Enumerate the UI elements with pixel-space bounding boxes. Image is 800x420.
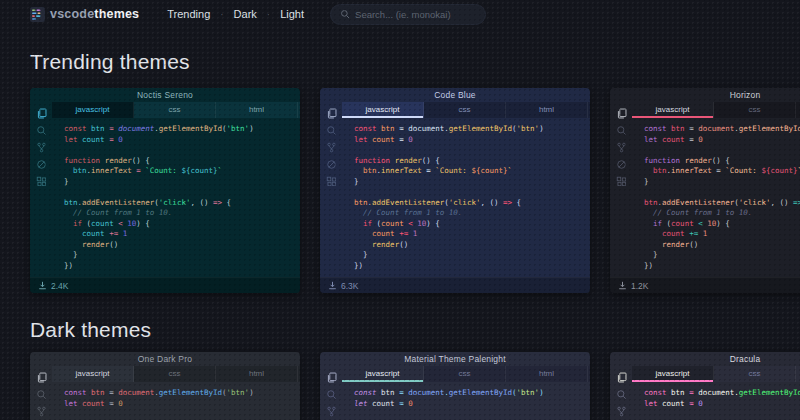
code-preview: const btn = document.getElementById('btn… — [342, 382, 590, 420]
source-control-icon — [36, 406, 47, 417]
theme-card[interactable]: Material Theme Palenight — [320, 352, 590, 420]
download-count: 1.2K — [631, 281, 649, 291]
editor-main: javascriptcsshtml const btn = document.g… — [632, 366, 800, 420]
logo-icon — [30, 7, 45, 22]
tab-html[interactable]: html — [506, 102, 588, 118]
main-content: Trending themes Noctis Sereno — [0, 50, 800, 420]
main-nav: Trending · Dark · Light — [167, 8, 304, 20]
code-preview: const btn = document.getElementById('btn… — [342, 118, 590, 277]
editor-main: javascriptcsshtml const btn = document.g… — [342, 366, 590, 420]
search-icon — [326, 389, 337, 400]
nav-item-light[interactable]: Light — [280, 8, 304, 20]
source-control-icon — [616, 406, 627, 417]
download-count: 2.4K — [51, 281, 69, 291]
download-count: 6.3K — [341, 281, 359, 291]
tab-css[interactable]: css — [134, 102, 216, 118]
search-icon — [36, 125, 47, 136]
section-title-dark: Dark themes — [30, 318, 770, 342]
tab-css[interactable]: css — [714, 366, 796, 382]
source-control-icon — [326, 142, 337, 153]
tab-javascript[interactable]: javascript — [52, 102, 134, 118]
tab-javascript[interactable]: javascript — [342, 366, 424, 382]
activity-bar — [320, 366, 342, 420]
trending-cards-row: Noctis Sereno — [30, 88, 770, 293]
theme-name: One Dark Pro — [30, 352, 300, 366]
activity-bar — [610, 366, 632, 420]
theme-name: Material Theme Palenight — [320, 352, 590, 366]
tab-javascript[interactable]: javascript — [342, 102, 424, 118]
tab-javascript[interactable]: javascript — [632, 102, 714, 118]
editor-main: javascriptcsshtml const btn = document.g… — [632, 102, 800, 277]
dark-cards-row: One Dark Pro — [30, 352, 770, 420]
files-icon — [326, 108, 337, 119]
source-control-icon — [36, 142, 47, 153]
code-preview: const btn = document.getElementById('btn… — [632, 118, 800, 277]
source-control-icon — [326, 406, 337, 417]
theme-card[interactable]: Code Blue — [320, 88, 590, 293]
section-title-trending: Trending themes — [30, 50, 770, 74]
files-icon — [616, 372, 627, 383]
search-icon — [36, 389, 47, 400]
files-icon — [326, 372, 337, 383]
extensions-icon — [36, 176, 47, 187]
logo[interactable]: vscodethemes — [30, 7, 139, 22]
editor-preview: javascriptcsshtml const btn = document.g… — [30, 102, 300, 277]
nav-separator: · — [220, 9, 223, 20]
theme-card[interactable]: One Dark Pro — [30, 352, 300, 420]
header: vscodethemes Trending · Dark · Light — [0, 0, 800, 28]
theme-name: Dracula — [610, 352, 800, 366]
activity-bar — [320, 102, 342, 277]
tab-bar: javascriptcsshtml — [52, 102, 300, 118]
logo-text-primary: vscode — [50, 7, 94, 21]
tab-html[interactable]: html — [506, 366, 588, 382]
nav-item-dark[interactable]: Dark — [234, 8, 257, 20]
activity-bar — [30, 366, 52, 420]
tab-html[interactable]: html — [796, 102, 800, 118]
tab-javascript[interactable]: javascript — [52, 366, 134, 382]
code-preview: const btn = document.getElementById('btn… — [52, 118, 300, 277]
search-icon — [326, 125, 337, 136]
editor-preview: javascriptcsshtml const btn = document.g… — [610, 366, 800, 420]
theme-card[interactable]: Noctis Sereno — [30, 88, 300, 293]
debug-icon — [36, 159, 47, 170]
nav-separator: · — [267, 9, 270, 20]
tab-bar: javascriptcsshtml — [342, 366, 590, 382]
tab-css[interactable]: css — [134, 366, 216, 382]
tab-css[interactable]: css — [714, 102, 796, 118]
tab-html[interactable]: html — [796, 366, 800, 382]
theme-name: Code Blue — [320, 88, 590, 102]
editor-preview: javascriptcsshtml const btn = document.g… — [320, 102, 590, 277]
editor-main: javascriptcsshtml const btn = document.g… — [52, 102, 300, 277]
nav-item-trending[interactable]: Trending — [167, 8, 210, 20]
search-box[interactable] — [330, 4, 486, 25]
search-input[interactable] — [355, 9, 476, 20]
tab-javascript[interactable]: javascript — [632, 366, 714, 382]
search-icon — [616, 125, 627, 136]
theme-name: Horizon — [610, 88, 800, 102]
source-control-icon — [616, 142, 627, 153]
editor-preview: javascriptcsshtml const btn = document.g… — [30, 366, 300, 420]
card-footer: 6.3K — [320, 277, 590, 293]
tab-bar: javascriptcsshtml — [52, 366, 300, 382]
activity-bar — [610, 102, 632, 277]
extensions-icon — [616, 176, 627, 187]
logo-text: vscodethemes — [50, 7, 139, 21]
extensions-icon — [326, 176, 337, 187]
files-icon — [36, 108, 47, 119]
search-icon — [616, 389, 627, 400]
files-icon — [36, 372, 47, 383]
editor-preview: javascriptcsshtml const btn = document.g… — [610, 102, 800, 277]
tab-css[interactable]: css — [424, 366, 506, 382]
theme-card[interactable]: Horizon — [610, 88, 800, 293]
theme-card[interactable]: Dracula — [610, 352, 800, 420]
tab-css[interactable]: css — [424, 102, 506, 118]
debug-icon — [616, 159, 627, 170]
editor-preview: javascriptcsshtml const btn = document.g… — [320, 366, 590, 420]
download-icon — [328, 281, 337, 290]
tab-html[interactable]: html — [216, 102, 298, 118]
activity-bar — [30, 102, 52, 277]
code-preview: const btn = document.getElementById('btn… — [632, 382, 800, 420]
tab-html[interactable]: html — [216, 366, 298, 382]
files-icon — [616, 108, 627, 119]
tab-bar: javascriptcsshtml — [342, 102, 590, 118]
